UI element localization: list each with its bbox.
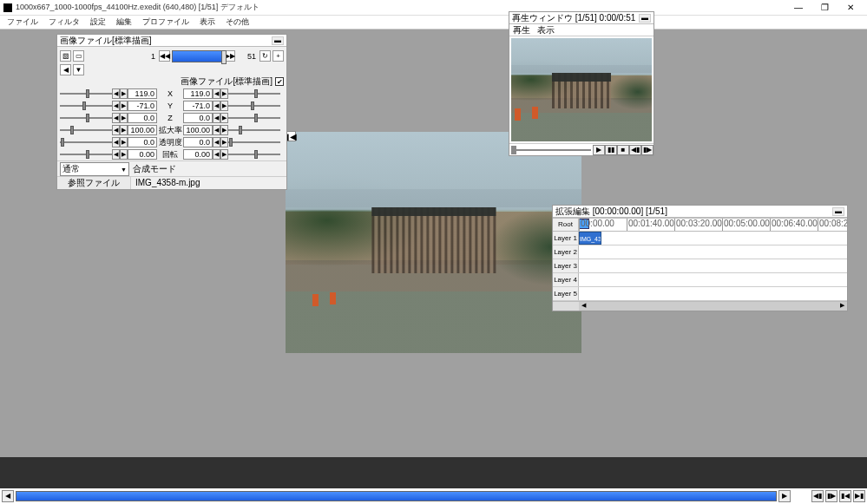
footer-prev-key[interactable]: ◀▮	[811, 490, 824, 502]
slider-left-1[interactable]	[60, 101, 112, 111]
param-label-3[interactable]: 拡大率	[157, 125, 183, 136]
seek-left-icon[interactable]: ◀	[2, 490, 14, 502]
slider-left-4[interactable]	[60, 137, 112, 147]
layer-row-5[interactable]: Layer 5	[553, 287, 847, 301]
properties-close-icon[interactable]: ▬	[272, 36, 284, 45]
val-right-1[interactable]: -71.0	[183, 101, 213, 111]
spin-left-dec[interactable]: ◀	[112, 137, 120, 147]
param-label-4[interactable]: 透明度	[157, 137, 183, 148]
clip-image[interactable]: IMG_435	[579, 232, 601, 245]
step-fwd-button[interactable]: ▮▶	[641, 145, 654, 155]
pause-button[interactable]: ▮▮	[605, 145, 617, 155]
add-btn[interactable]: +	[273, 50, 284, 62]
menu-view[interactable]: 表示	[194, 16, 220, 29]
slider-left-3[interactable]	[60, 125, 112, 135]
val-left-3[interactable]: 100.00	[128, 125, 157, 135]
timeline-panel[interactable]: 拡張編集 [00:00:00.00] [1/51] ▬ Root 00:00.0…	[552, 205, 848, 311]
tool-btn-4[interactable]: ▼	[73, 64, 84, 75]
canvas-image[interactable]: ▮◀	[286, 132, 581, 353]
close-button[interactable]: ✕	[837, 0, 864, 16]
properties-panel[interactable]: 画像ファイル[標準描画] ▬ ▧ ▭ 1 ◀◀ ▶▶ 51 ↻ + ◀ ▼ 画像…	[56, 34, 287, 190]
spin-left-dec[interactable]: ◀	[112, 101, 120, 111]
param-label-1[interactable]: Y	[157, 101, 183, 110]
menu-settings[interactable]: 設定	[85, 16, 111, 29]
spin-left-dec[interactable]: ◀	[112, 149, 120, 160]
footer-next-key[interactable]: ▮▶	[825, 490, 837, 502]
slider-right-3[interactable]	[228, 125, 280, 135]
layer-row-3[interactable]: Layer 3	[553, 259, 847, 273]
spin-right-dec[interactable]: ◀	[213, 137, 220, 147]
slider-left-5[interactable]	[60, 149, 112, 160]
spin-right-dec[interactable]: ◀	[213, 101, 220, 111]
layer-track-5[interactable]	[579, 287, 847, 300]
tool-btn-2[interactable]: ▭	[73, 50, 84, 62]
val-left-0[interactable]: 119.0	[128, 88, 157, 99]
param-label-2[interactable]: Z	[157, 114, 183, 122]
hscroll-right-icon[interactable]: ▶	[837, 302, 847, 311]
spin-left-inc[interactable]: ▶	[120, 137, 128, 147]
frame-seek-slider[interactable]	[172, 50, 222, 62]
menu-other[interactable]: その他	[220, 16, 254, 29]
loop-btn[interactable]: ↻	[259, 50, 271, 62]
slider-right-5[interactable]	[228, 149, 280, 160]
slider-right-0[interactable]	[228, 88, 280, 99]
spin-left-dec[interactable]: ◀	[112, 88, 120, 99]
timeline-ruler[interactable]: 00:00.0000:01:40.0000:03:20.0000:05:00.0…	[579, 219, 847, 231]
layer-row-1[interactable]: Layer 1IMG_435	[553, 232, 847, 245]
spin-right-dec[interactable]: ◀	[213, 113, 220, 123]
menu-file[interactable]: ファイル	[2, 16, 43, 29]
spin-right-dec[interactable]: ◀	[213, 125, 220, 135]
playback-menu-play[interactable]: 再生	[513, 24, 530, 36]
slider-left-0[interactable]	[60, 88, 112, 99]
step-back-button[interactable]: ◀▮	[629, 145, 641, 155]
layer-label-5[interactable]: Layer 5	[553, 287, 579, 300]
layer-track-3[interactable]	[579, 259, 847, 272]
spin-left-inc[interactable]: ▶	[120, 113, 128, 123]
section-checkbox[interactable]: ✔	[275, 77, 284, 86]
spin-right-dec[interactable]: ◀	[213, 88, 220, 99]
spin-left-inc[interactable]: ▶	[120, 101, 128, 111]
val-left-5[interactable]: 0.00	[128, 149, 157, 160]
layer-track-1[interactable]: IMG_435	[579, 232, 847, 245]
layer-label-3[interactable]: Layer 3	[553, 259, 579, 272]
seek-right-icon[interactable]: ▶	[778, 490, 791, 502]
layer-track-2[interactable]	[579, 245, 847, 259]
footer-first[interactable]: ▮◀	[839, 490, 851, 502]
seek-first-icon[interactable]: ◀◀	[159, 50, 170, 62]
playback-close-icon[interactable]: ▬	[639, 14, 651, 23]
slider-right-4[interactable]	[228, 137, 280, 147]
tool-btn-3[interactable]: ◀	[60, 64, 71, 75]
spin-right-inc[interactable]: ▶	[220, 125, 228, 135]
val-left-2[interactable]: 0.0	[128, 113, 157, 123]
browse-file-button[interactable]: 参照ファイル	[57, 177, 131, 189]
val-right-0[interactable]: 119.0	[183, 88, 213, 99]
spin-left-dec[interactable]: ◀	[112, 125, 120, 135]
tool-btn-1[interactable]: ▧	[60, 50, 71, 62]
val-right-5[interactable]: 0.00	[183, 149, 213, 160]
param-label-5[interactable]: 回転	[157, 149, 183, 160]
play-button[interactable]: ▶	[593, 145, 605, 155]
spin-right-inc[interactable]: ▶	[220, 88, 228, 99]
footer-last[interactable]: ▶▮	[853, 490, 865, 502]
slider-left-2[interactable]	[60, 113, 112, 123]
layer-label-1[interactable]: Layer 1	[553, 232, 579, 245]
layer-track-4[interactable]	[579, 273, 847, 286]
slider-right-1[interactable]	[228, 101, 280, 111]
layer-label-4[interactable]: Layer 4	[553, 273, 579, 286]
menu-filter[interactable]: フィルタ	[43, 16, 85, 29]
spin-left-dec[interactable]: ◀	[112, 113, 120, 123]
val-right-3[interactable]: 100.00	[183, 125, 213, 135]
param-label-0[interactable]: X	[157, 89, 183, 98]
val-right-4[interactable]: 0.0	[183, 137, 213, 147]
spin-left-inc[interactable]: ▶	[120, 149, 128, 160]
playback-menu-view[interactable]: 表示	[537, 24, 555, 36]
hscroll-left-icon[interactable]: ◀	[579, 302, 588, 311]
spin-left-inc[interactable]: ▶	[120, 125, 128, 135]
playback-window[interactable]: 再生ウィンドウ [1/51] 0:00/0:51 ▬ 再生 表示 ▶ ▮▮ ■ …	[509, 11, 654, 156]
spin-right-inc[interactable]: ▶	[220, 113, 228, 123]
val-left-1[interactable]: -71.0	[128, 101, 157, 111]
playback-seekbar[interactable]	[511, 146, 591, 154]
stop-button[interactable]: ■	[617, 145, 629, 155]
blend-mode-select[interactable]: 通常 ▼	[60, 162, 129, 176]
menu-profile[interactable]: プロファイル	[137, 16, 194, 29]
